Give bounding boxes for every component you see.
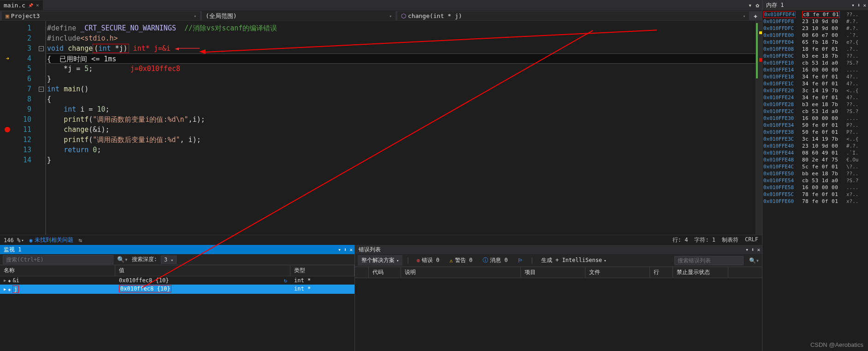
- scope-select[interactable]: 整个解决方案▾: [358, 255, 402, 266]
- memory-panel: 内存 1 ▾ ⬇ ✕ 0x010FFDF4c8 fe 0f 01??..0x01…: [762, 0, 868, 351]
- dropdown-icon[interactable]: ▾: [748, 2, 752, 9]
- memory-row[interactable]: 0x010FFE5816 00 00 00....: [763, 184, 867, 191]
- memory-title-bar[interactable]: 内存 1 ▾ ⬇ ✕: [762, 0, 868, 10]
- depth-select[interactable]: 3 ▾: [161, 256, 177, 264]
- tab-bar: main.c 📌 × ▾ ✿: [0, 0, 762, 11]
- errors-search-input[interactable]: [674, 256, 744, 265]
- info-filter[interactable]: ⓘ消息 0: [479, 255, 511, 266]
- col-name[interactable]: 名称: [0, 265, 115, 276]
- memory-row[interactable]: 0x010FFE2Ccb 53 1d a0?S.?: [763, 108, 867, 115]
- scope-label: (全局范围): [206, 12, 237, 20]
- code-line[interactable]: *j = 5; j=0x010ffec8: [47, 64, 756, 74]
- scrollbar-icon[interactable]: ↹: [79, 237, 82, 244]
- pin-icon[interactable]: ⬇: [857, 2, 861, 8]
- errors-col[interactable]: 行: [650, 267, 673, 278]
- watch-row[interactable]: ▶◈ &i 0x010ffec8 {10}↻ int *: [0, 276, 354, 285]
- watch-search-input[interactable]: [3, 255, 113, 264]
- dropdown-icon[interactable]: ▾: [851, 2, 855, 8]
- close-icon[interactable]: ✕: [757, 247, 760, 253]
- memory-row[interactable]: 0x010FFE0Cb3 ee 18 7b??..: [763, 53, 867, 59]
- memory-row[interactable]: 0x010FFE3850 fe 0f 01P?..: [763, 129, 867, 136]
- memory-row[interactable]: 0x010FFE28b3 ee 18 7b??..: [763, 101, 867, 108]
- build-filter[interactable]: 生成 + IntelliSense▾: [541, 256, 607, 264]
- memory-row[interactable]: 0x010FFE4880 2e 4f 75€.Ou: [763, 156, 867, 163]
- code-line[interactable]: #include<stdio.h>: [47, 33, 756, 43]
- memory-row[interactable]: 0x010FFDF4c8 fe 0f 01??..: [763, 11, 867, 18]
- memory-row[interactable]: 0x010FFDF823 10 9d 00#.?.: [763, 18, 867, 25]
- col-value[interactable]: 值: [115, 265, 290, 276]
- memory-row[interactable]: 0x010FFE1C34 fe 0f 014?..: [763, 80, 867, 87]
- close-icon[interactable]: ×: [36, 2, 39, 8]
- code-line[interactable]: #define _CRT_SECURE_NO_WARNINGS //消除vs对s…: [47, 23, 756, 33]
- memory-row[interactable]: 0x010FFE3C3c 14 19 7b<..{: [763, 136, 867, 143]
- close-icon[interactable]: ✕: [349, 247, 353, 253]
- memory-row[interactable]: 0x010FFE0000 60 e7 00.`?.: [763, 32, 867, 39]
- memory-row[interactable]: 0x010FFE4023 10 9d 00#.?.: [763, 143, 867, 149]
- memory-row[interactable]: 0x010FFDFC23 10 9d 00#.?.: [763, 25, 867, 32]
- memory-row[interactable]: 0x010FFE54cb 53 1d a0?S.?: [763, 177, 867, 184]
- gear-icon[interactable]: ✿: [756, 2, 759, 9]
- col-type[interactable]: 类型: [290, 265, 354, 276]
- memory-row[interactable]: 0x010FFE2434 fe 0f 014?..: [763, 94, 867, 101]
- search-icon[interactable]: 🔍▾: [749, 257, 759, 264]
- code-line[interactable]: { 已用时间 <= 1ms: [47, 54, 756, 64]
- memory-row[interactable]: 0x010FFE1416 00 00 00....: [763, 66, 867, 73]
- clear-filter[interactable]: 🏳: [514, 256, 526, 266]
- watch-row[interactable]: ▶◈ j 0x010ffec8 {10} int *: [0, 285, 354, 294]
- memory-row[interactable]: 0x010FFE0465 fb 18 7be?.{: [763, 39, 867, 46]
- indent-status[interactable]: 制表符: [722, 236, 738, 244]
- code-line[interactable]: return 0;: [47, 145, 756, 155]
- dropdown-icon[interactable]: ▾: [745, 247, 749, 253]
- code-line[interactable]: }: [47, 155, 756, 165]
- zoom-control[interactable]: 146 % ▾: [4, 237, 24, 244]
- code-editor[interactable]: ➜ 1234567891011121314 −− #define _CRT_SE…: [0, 21, 762, 235]
- errors-col[interactable]: 文件: [585, 267, 650, 278]
- memory-row[interactable]: 0x010FFE1834 fe 0f 014?..: [763, 73, 867, 80]
- warning-filter[interactable]: ⚠警告 0: [446, 255, 476, 266]
- errors-col[interactable]: 说明: [401, 267, 521, 278]
- function-selector[interactable]: ⬡ change(int * j) ▾: [397, 12, 749, 20]
- code-line[interactable]: void change(int *j) int* j=&i ◄─────: [47, 43, 756, 54]
- memory-row[interactable]: 0x010FFE203c 14 19 7b<..{: [763, 87, 867, 94]
- watch-header: 名称 值 类型: [0, 265, 354, 276]
- file-tab[interactable]: main.c 📌 ×: [0, 0, 43, 10]
- memory-row[interactable]: 0x010FFE50bb ee 18 7b??..: [763, 170, 867, 177]
- code-line[interactable]: printf("调用函数后变量i的值:%d", i);: [47, 135, 756, 145]
- memory-row[interactable]: 0x010FFE0818 fe 0f 01.?..: [763, 46, 867, 53]
- eol-status[interactable]: CRLF: [745, 236, 758, 244]
- pin-icon[interactable]: 📌: [28, 3, 33, 8]
- memory-row[interactable]: 0x010FFE3016 00 00 00....: [763, 115, 867, 122]
- scope-selector[interactable]: (全局范围) ▾: [202, 11, 396, 21]
- code-line[interactable]: change(&i);: [47, 125, 756, 135]
- search-icon[interactable]: 🔍▾: [117, 256, 128, 263]
- code-line[interactable]: {: [47, 94, 756, 104]
- pin-icon[interactable]: ⬇: [751, 247, 755, 253]
- memory-row[interactable]: 0x010FFE6078 fe 0f 01x?..: [763, 198, 867, 205]
- dropdown-icon[interactable]: ▾: [338, 247, 341, 253]
- context-bar: ▣ Project3 ▾ (全局范围) ▾ ⬡ change(int * j) …: [0, 11, 762, 21]
- editor-status-bar: 146 % ▾ ◉ 未找到相关问题 ↹ 行: 4 字符: 1 制表符 CRLF: [0, 235, 762, 245]
- code-line[interactable]: }: [47, 74, 756, 84]
- close-icon[interactable]: ✕: [863, 2, 866, 8]
- issues-status[interactable]: ◉ 未找到相关问题: [30, 236, 73, 244]
- errors-col[interactable]: 项目: [521, 267, 585, 278]
- code-line[interactable]: int i = 10;: [47, 104, 756, 114]
- error-filter[interactable]: ⊗错误 0: [413, 255, 443, 266]
- errors-col[interactable]: [355, 267, 369, 278]
- memory-row[interactable]: 0x010FFE4408 60 49 01.`I.: [763, 149, 867, 156]
- watch-title-bar[interactable]: 监视 1 ▾ ⬇ ✕: [0, 245, 354, 254]
- errors-title-bar[interactable]: 错误列表 ▾ ⬇ ✕: [355, 245, 762, 254]
- memory-row[interactable]: 0x010FFE10cb 53 1d a0?S.?: [763, 59, 867, 66]
- code-line[interactable]: int main(): [47, 84, 756, 94]
- project-selector[interactable]: ▣ Project3 ▾: [2, 12, 200, 20]
- memory-row[interactable]: 0x010FFE5C78 fe 0f 01x?..: [763, 191, 867, 198]
- function-label: change(int * j): [408, 12, 462, 19]
- memory-row[interactable]: 0x010FFE3450 fe 0f 01P?..: [763, 122, 867, 129]
- code-line[interactable]: printf("调用函数前变量i的值:%d\n",i);: [47, 114, 756, 125]
- pin-icon[interactable]: ⬇: [344, 247, 347, 253]
- minimap[interactable]: [756, 21, 762, 235]
- errors-col[interactable]: 禁止显示状态: [673, 267, 728, 278]
- errors-col[interactable]: 代码: [369, 267, 401, 278]
- split-icon[interactable]: ✚: [751, 12, 760, 20]
- memory-row[interactable]: 0x010FFE4C5c fe 0f 01\?..: [763, 163, 867, 170]
